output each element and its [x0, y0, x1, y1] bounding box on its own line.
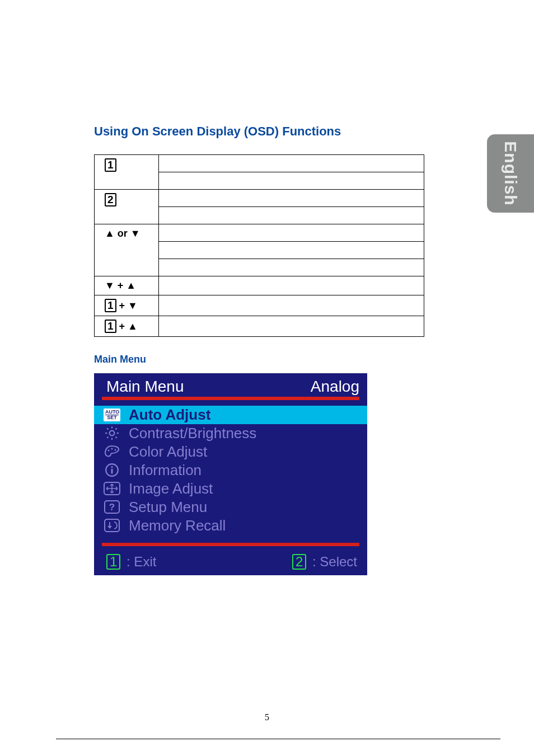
- key-cell-6: 1 + ▲: [95, 316, 159, 336]
- key-desc-2b: [159, 207, 424, 224]
- osd-item-image-adjust[interactable]: Image Adjust: [94, 480, 367, 498]
- key-desc-3b: [159, 242, 424, 259]
- palette-icon: [102, 444, 122, 459]
- key-cell-5: 1 + ▼: [95, 295, 159, 316]
- osd-item-memory-recall[interactable]: Memory Recall: [94, 516, 367, 535]
- autoset-icon: AUTOSET: [102, 407, 122, 422]
- osd-item-setup-menu[interactable]: ? Setup Menu: [94, 498, 367, 516]
- key-desc-4: [159, 276, 424, 295]
- key-function-table: 1 2 ▲ or ▼ ▼ + ▲ 1 + ▼ 1 + ▲: [94, 154, 424, 337]
- svg-line-8: [116, 429, 117, 430]
- osd-panel: Main Menu Analog AUTOSET Auto Adjust Con…: [94, 373, 367, 575]
- osd-header: Main Menu Analog: [94, 373, 367, 397]
- key-desc-2a: [159, 190, 424, 207]
- osd-footer: 1 : Exit 2 : Select: [94, 552, 367, 575]
- key-desc-1b: [159, 172, 424, 190]
- svg-line-7: [107, 437, 108, 438]
- svg-text:?: ?: [109, 502, 115, 513]
- footer-line: [56, 739, 500, 739]
- svg-point-9: [108, 450, 110, 452]
- osd-title-left: Main Menu: [106, 378, 184, 396]
- osd-divider-bottom: [102, 543, 359, 546]
- key-cell-4: ▼ + ▲: [95, 276, 159, 295]
- key-cell-1: 1: [95, 155, 159, 190]
- arrows-icon: [102, 481, 122, 496]
- svg-point-10: [111, 448, 113, 450]
- language-tab: English: [487, 134, 534, 213]
- osd-footer-select: 2 : Select: [292, 554, 357, 570]
- key-desc-3c: [159, 259, 424, 276]
- osd-title-right: Analog: [311, 378, 359, 396]
- question-icon: ?: [102, 500, 122, 514]
- submenu-heading: Main Menu: [94, 354, 424, 365]
- svg-point-11: [115, 449, 116, 451]
- page-number: 5: [0, 712, 534, 722]
- recall-icon: [102, 518, 122, 533]
- osd-item-color-adjust[interactable]: Color Adjust: [94, 443, 367, 461]
- osd-footer-exit: 1 : Exit: [106, 554, 156, 570]
- svg-point-0: [110, 431, 115, 436]
- key-desc-1a: [159, 155, 424, 172]
- svg-line-6: [116, 437, 117, 438]
- osd-item-auto-adjust[interactable]: AUTOSET Auto Adjust: [94, 406, 367, 424]
- key-cell-2: 2: [95, 190, 159, 224]
- svg-point-13: [111, 466, 113, 468]
- osd-item-contrast-brightness[interactable]: Contrast/Brightness: [94, 424, 367, 443]
- key-desc-6: [159, 316, 424, 336]
- key-cell-3: ▲ or ▼: [95, 224, 159, 276]
- key-desc-5: [159, 295, 424, 316]
- sun-icon: [102, 426, 122, 440]
- svg-rect-14: [111, 469, 113, 474]
- info-icon: [102, 463, 122, 477]
- osd-divider-top: [102, 397, 359, 400]
- key-desc-3a: [159, 224, 424, 242]
- heading-osd: Using On Screen Display (OSD) Functions: [94, 124, 424, 139]
- svg-line-5: [107, 429, 108, 430]
- osd-item-information[interactable]: Information: [94, 461, 367, 480]
